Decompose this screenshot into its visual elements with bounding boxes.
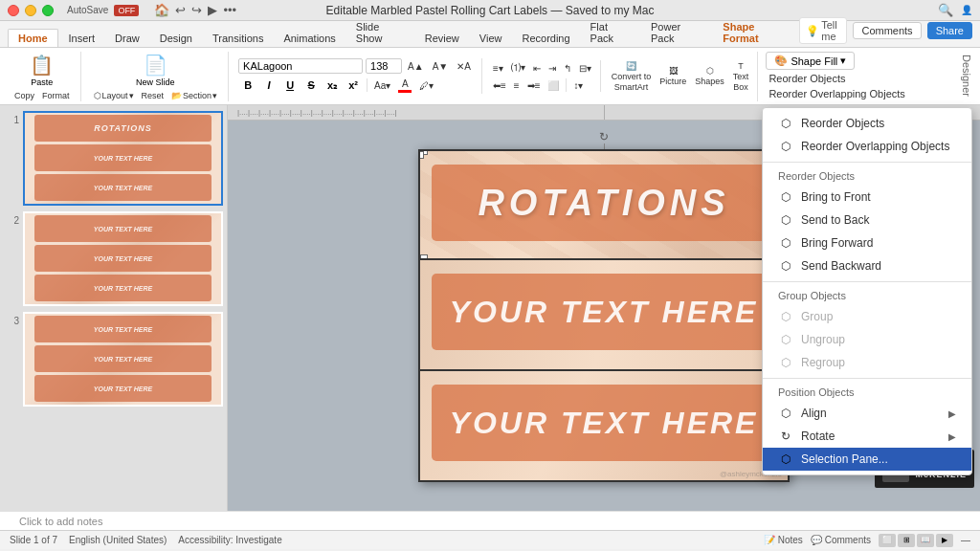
- bold-button[interactable]: B: [238, 77, 257, 94]
- search-icon[interactable]: 🔍: [938, 3, 953, 17]
- slide-preview-1[interactable]: ROTATIONS YOUR TEXT HERE YOUR TEXT HERE: [23, 111, 223, 206]
- menu-reorder-overlapping[interactable]: ⬡ Reorder Overlapping Objects: [763, 135, 971, 158]
- columns-btn[interactable]: ⊟▾: [576, 60, 594, 76]
- slideshow-btn[interactable]: ▶: [936, 534, 953, 547]
- superscript-button[interactable]: x²: [344, 77, 363, 94]
- menu-selection-pane[interactable]: ⬡ Selection Pane...: [763, 448, 971, 471]
- reorder-objects-btn[interactable]: Reorder Objects: [766, 72, 848, 85]
- strikethrough-button[interactable]: S: [301, 77, 321, 94]
- notes-bar[interactable]: Click to add notes: [0, 511, 980, 530]
- separator-3: [763, 378, 971, 379]
- align-left-btn[interactable]: ⬅≡: [490, 78, 509, 92]
- rtl-btn[interactable]: ↰: [561, 60, 574, 76]
- bullets-btn[interactable]: ≡▾: [490, 60, 506, 76]
- shapes-btn[interactable]: ⬡Shapes: [692, 65, 727, 87]
- tab-insert[interactable]: Insert: [59, 30, 105, 47]
- clear-format-btn[interactable]: ✕A: [454, 60, 474, 73]
- comments-toggle[interactable]: 💬 Comments: [811, 535, 871, 545]
- decrease-indent-btn[interactable]: ⇤: [530, 60, 544, 76]
- font-increase-btn[interactable]: A▲: [405, 60, 427, 73]
- tab-shapeformat[interactable]: Shape Format: [713, 18, 797, 47]
- reset-button[interactable]: Reset: [139, 90, 167, 101]
- paste-button[interactable]: 📋Paste: [26, 52, 57, 89]
- account-icon[interactable]: 👤: [961, 5, 972, 15]
- tell-me-input[interactable]: 💡 Tell me: [799, 17, 847, 44]
- picture-btn[interactable]: 🖼Picture: [657, 65, 689, 87]
- italic-button[interactable]: I: [259, 77, 278, 94]
- slide-preview-2[interactable]: YOUR TEXT HERE YOUR TEXT HERE YOUR TEXT …: [23, 211, 223, 306]
- section-button[interactable]: 📂 Section ▾: [168, 90, 220, 101]
- menu-regroup-label: Regroup: [801, 356, 845, 369]
- new-slide-button[interactable]: 📄New Slide: [132, 52, 179, 89]
- menu-bring-to-front[interactable]: ⬡ Bring to Front: [763, 186, 971, 209]
- redo-icon[interactable]: ↪: [191, 3, 202, 17]
- font-family-input[interactable]: [238, 58, 363, 74]
- menu-send-backward-label: Send Backward: [801, 259, 881, 273]
- shape-fill-button[interactable]: 🎨 Shape Fill ▾: [766, 52, 855, 70]
- menu-reorder-objects-top[interactable]: ⬡ Reorder Objects: [763, 112, 971, 135]
- slide-thumb-3[interactable]: 3 YOUR TEXT HERE YOUR TEXT HERE YOUR TEX…: [4, 312, 223, 407]
- format-button[interactable]: Format: [39, 90, 73, 101]
- align-center-btn[interactable]: ≡: [511, 78, 523, 92]
- tab-view[interactable]: View: [470, 30, 512, 47]
- increase-indent-btn[interactable]: ⇥: [546, 60, 559, 76]
- menu-align[interactable]: ⬡ Align ▶: [763, 402, 971, 425]
- tab-home[interactable]: Home: [8, 29, 58, 47]
- tab-review[interactable]: Review: [415, 30, 469, 47]
- font-decrease-btn[interactable]: A▼: [430, 60, 452, 73]
- rotate-icon: ↻: [778, 429, 793, 444]
- drawing-group: 🔄Convert toSmartArt 🖼Picture ⬡Shapes TTe…: [603, 52, 759, 101]
- line-spacing-btn[interactable]: ↕▾: [570, 78, 586, 92]
- menu-rotate[interactable]: ↻ Rotate ▶: [763, 425, 971, 448]
- align-right-btn[interactable]: ➡≡: [524, 78, 544, 92]
- font-size-input[interactable]: [366, 58, 402, 74]
- tab-powerpack[interactable]: Power Pack: [641, 18, 712, 47]
- menu-send-to-back[interactable]: ⬡ Send to Back: [763, 209, 971, 231]
- justify-btn[interactable]: ⬜: [545, 78, 562, 92]
- slide-num-3: 3: [4, 312, 19, 326]
- slide-preview-3[interactable]: YOUR TEXT HERE YOUR TEXT HERE YOUR TEXT …: [23, 312, 223, 407]
- tab-transitions[interactable]: Transitions: [203, 30, 273, 47]
- comments-button[interactable]: Comments: [853, 22, 921, 39]
- slide1-label2: YOUR TEXT HERE: [94, 155, 152, 162]
- undo-icon[interactable]: ↩: [175, 3, 186, 17]
- underline-button[interactable]: U: [280, 77, 300, 94]
- layout-button[interactable]: ⬡ Layout ▾: [91, 90, 137, 101]
- text-spacing-btn[interactable]: Aa▾: [371, 79, 393, 92]
- notes-toggle[interactable]: 📝 Notes: [764, 535, 803, 545]
- copy-button[interactable]: Copy: [11, 90, 37, 101]
- slide-thumb-2[interactable]: 2 YOUR TEXT HERE YOUR TEXT HERE YOUR TEX…: [4, 211, 223, 306]
- handle-ml[interactable]: [418, 151, 424, 159]
- slide-thumb-1[interactable]: 1 ROTATIONS YOUR TEXT HERE YOUR TEXT HER…: [4, 111, 223, 206]
- play-icon[interactable]: ▶: [208, 3, 217, 17]
- normal-view-btn[interactable]: ⬜: [879, 534, 896, 547]
- tab-recording[interactable]: Recording: [512, 30, 579, 47]
- home-icon[interactable]: 🏠: [154, 3, 169, 17]
- menu-send-backward[interactable]: ⬡ Send Backward: [763, 254, 971, 277]
- subscript-button[interactable]: x₂: [323, 77, 342, 94]
- reading-view-btn[interactable]: 📖: [917, 534, 934, 547]
- tab-design[interactable]: Design: [150, 30, 202, 47]
- slides-panel: 1 ROTATIONS YOUR TEXT HERE YOUR TEXT HER…: [0, 105, 228, 511]
- font-color-btn[interactable]: A: [395, 77, 414, 94]
- designer-btn[interactable]: Designer: [959, 53, 974, 99]
- minimize-button[interactable]: [25, 5, 36, 16]
- menu-bring-forward[interactable]: ⬡ Bring Forward: [763, 231, 971, 254]
- shape-format-group: 🎨 Shape Fill ▾ Reorder Objects Reorder O…: [760, 52, 913, 100]
- numbering-btn[interactable]: ⑴▾: [508, 60, 528, 76]
- reorder-overlapping-btn[interactable]: Reorder Overlapping Objects: [766, 87, 907, 100]
- highlight-btn[interactable]: 🖊▾: [416, 79, 436, 92]
- slide2-label3: YOUR TEXT HERE: [94, 285, 152, 292]
- convert-smartart-btn[interactable]: 🔄Convert toSmartArt: [609, 60, 655, 93]
- tab-flatpack[interactable]: Flat Pack: [581, 18, 640, 47]
- maximize-button[interactable]: [42, 5, 54, 16]
- share-button[interactable]: Share: [927, 22, 972, 39]
- tab-animations[interactable]: Animations: [274, 30, 345, 47]
- reorder-overlap-icon: ⬡: [778, 139, 793, 154]
- tab-draw[interactable]: Draw: [105, 30, 149, 47]
- slide-sorter-btn[interactable]: ⊞: [898, 534, 915, 547]
- textbox-btn[interactable]: TTextBox: [730, 60, 752, 93]
- more-icon[interactable]: •••: [223, 3, 236, 17]
- close-button[interactable]: [8, 5, 19, 16]
- tab-slideshow[interactable]: Slide Show: [346, 18, 414, 47]
